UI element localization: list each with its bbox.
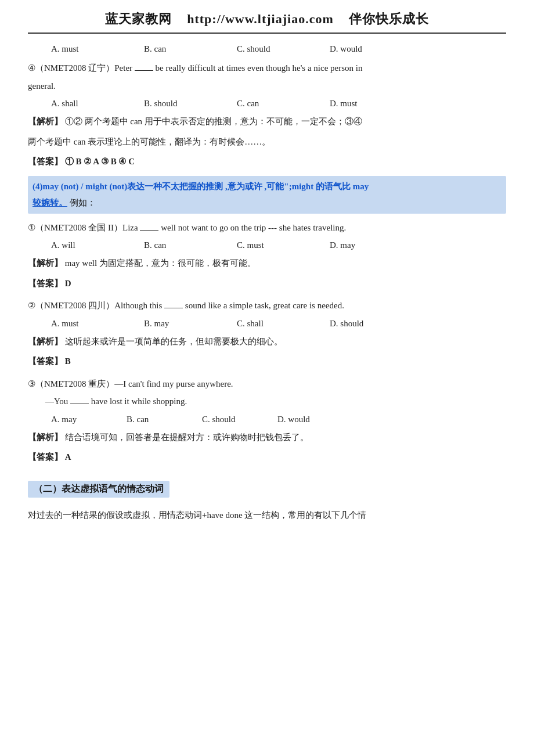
q7-options-row: A. may B. can C. should D. would	[51, 415, 506, 424]
q7-option-c: C. should	[202, 415, 277, 424]
highlight-box-4: (4)may (not) / might (not)表达一种不太把握的推测 ,意…	[28, 176, 506, 214]
q3-option-d: D. would	[330, 44, 423, 54]
q7-response: —You have lost it while shopping.	[45, 393, 506, 410]
q3-option-a: A. must	[51, 44, 144, 54]
q7-option-d: D. would	[277, 415, 353, 424]
answer-1: 【答案】 ① B ② A ③ B ④ C	[28, 153, 506, 170]
answer-4-text: A	[65, 452, 71, 462]
q6-option-a: A. must	[51, 319, 144, 329]
answer-3-label: 【答案】	[28, 357, 63, 366]
q7-text: ③（NMET2008 重庆）—I can't find my purse any…	[28, 376, 506, 393]
q7-block: ③（NMET2008 重庆）—I can't find my purse any…	[28, 376, 506, 410]
q5-option-c: C. must	[237, 240, 330, 250]
q5-option-b: B. can	[144, 240, 237, 250]
answer-4-label: 【答案】	[28, 452, 63, 462]
site-slogan: 伴你快乐成长	[349, 12, 429, 26]
site-header: 蓝天家教网 http://www.ltjiajiao.com 伴你快乐成长	[28, 10, 506, 34]
footer-paragraph: 对过去的一种结果的假设或虚拟，用情态动词+have done 这一结构，常用的有…	[28, 507, 506, 524]
q4-number: ④（NMET2008 辽宁）Peter	[28, 63, 132, 73]
analysis-1-cont: 两个考题中 can 表示理论上的可能性，翻译为：有时候会……。	[28, 134, 506, 150]
answer-1-text: ① B ② A ③ B ④ C	[65, 157, 135, 166]
q6-number: ②（NMET2008 四川）Although this	[28, 301, 162, 310]
q7-option-a: A. may	[51, 415, 127, 424]
q6-blank	[164, 308, 183, 308]
q4-option-c: C. can	[237, 99, 330, 109]
site-name: 蓝天家教网	[105, 12, 172, 26]
answer-2-text: D	[65, 279, 71, 288]
page: 蓝天家教网 http://www.ltjiajiao.com 伴你快乐成长 A.…	[0, 0, 534, 756]
q6-text: ②（NMET2008 四川）Although this sound like a…	[28, 297, 506, 314]
answer-3-text: B	[65, 357, 71, 366]
q4-options-row: A. shall B. should C. can D. must	[51, 99, 506, 109]
answer-1-label: 【答案】	[28, 157, 63, 166]
q6-block: ②（NMET2008 四川）Although this sound like a…	[28, 297, 506, 314]
q6-option-c: C. shall	[237, 319, 330, 329]
section-header-container: （二）表达虚拟语气的情态动词	[28, 473, 506, 502]
q6-option-d: D. should	[330, 319, 423, 329]
q4-blank	[135, 70, 153, 71]
q4-option-d: D. must	[330, 99, 423, 109]
analysis-2-label: 【解析】	[28, 258, 63, 268]
q5-options-row: A. will B. can C. must D. may	[51, 240, 506, 250]
highlight-4-main: (4)may (not) / might (not)表达一种不太把握的推测 ,意…	[33, 182, 369, 191]
q7-blank	[70, 404, 89, 404]
analysis-1-label: 【解析】	[28, 117, 63, 126]
q5-text: ①（NMET2008 全国 II）Liza well not want to g…	[28, 219, 506, 236]
section-header: （二）表达虚拟语气的情态动词	[28, 481, 169, 498]
q4-block: ④（NMET2008 辽宁）Peter be really difficult …	[28, 60, 506, 94]
q3-options-row: A. must B. can C. should D. would	[51, 44, 506, 54]
analysis-3: 【解析】 这听起来或许是一项简单的任务，但却需要极大的细心。	[28, 333, 506, 350]
analysis-3-label: 【解析】	[28, 337, 63, 346]
highlight-4-example: 例如：	[70, 198, 96, 207]
q7-response-end: have lost it while shopping.	[91, 397, 187, 406]
q5-number: ①（NMET2008 全国 II）Liza	[28, 223, 138, 232]
q5-option-a: A. will	[51, 240, 144, 250]
q6-option-b: B. may	[144, 319, 237, 329]
analysis-2: 【解析】 may well 为固定搭配，意为：很可能，极有可能。	[28, 255, 506, 272]
answer-3: 【答案】 B	[28, 353, 506, 370]
analysis-3-text: 这听起来或许是一项简单的任务，但却需要极大的细心。	[65, 337, 283, 346]
answer-4: 【答案】 A	[28, 449, 506, 466]
q3-option-b: B. can	[144, 44, 237, 54]
q4-text-cont: general.	[28, 78, 506, 95]
site-url: http://www.ltjiajiao.com	[187, 12, 334, 26]
q5-rest: well not want to go on the trip --- she …	[161, 223, 346, 232]
q4-option-b: B. should	[144, 99, 237, 109]
analysis-2-text: may well 为固定搭配，意为：很可能，极有可能。	[65, 258, 256, 268]
highlight-4-sub: 较婉转。	[33, 198, 67, 207]
analysis-1: 【解析】 ①② 两个考题中 can 用于中表示否定的推测，意为：不可能，一定不会…	[28, 113, 506, 130]
q7-response-start: —You	[45, 397, 68, 406]
analysis-4-label: 【解析】	[28, 433, 63, 442]
q6-options-row: A. must B. may C. shall D. should	[51, 319, 506, 329]
analysis-4-text: 结合语境可知，回答者是在提醒对方：或许购物时把钱包丢了。	[65, 433, 309, 442]
q5-block: ①（NMET2008 全国 II）Liza well not want to g…	[28, 219, 506, 236]
answer-2: 【答案】 D	[28, 275, 506, 292]
q5-option-d: D. may	[330, 240, 423, 250]
analysis-4: 【解析】 结合语境可知，回答者是在提醒对方：或许购物时把钱包丢了。	[28, 429, 506, 446]
q4-rest: be really difficult at times even though…	[156, 63, 363, 73]
q7-option-b: B. can	[127, 415, 202, 424]
q6-rest: sound like a simple task, great care is …	[185, 301, 344, 310]
q5-blank	[140, 230, 158, 231]
analysis-1-text: ①② 两个考题中 can 用于中表示否定的推测，意为：不可能，一定不会；③④	[65, 117, 362, 126]
q4-option-a: A. shall	[51, 99, 144, 109]
answer-2-label: 【答案】	[28, 279, 63, 288]
q3-option-c: C. should	[237, 44, 330, 54]
q4-text: ④（NMET2008 辽宁）Peter be really difficult …	[28, 60, 506, 77]
